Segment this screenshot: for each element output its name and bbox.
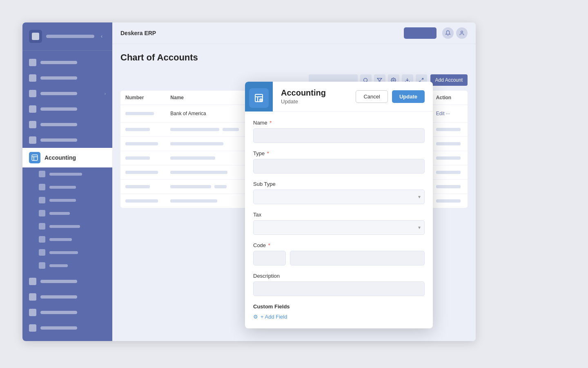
sidebar-item-bottom-3[interactable]: [22, 305, 112, 320]
description-input[interactable]: [253, 281, 425, 296]
tax-label: Tax: [253, 212, 425, 218]
sidebar-nav: ›: [22, 51, 112, 341]
sidebar-sub-item-4[interactable]: [27, 207, 112, 220]
sidebar-item-2[interactable]: [22, 70, 112, 86]
form-field-subtype: Sub Type ▾: [253, 181, 425, 204]
sidebar-item-1[interactable]: [22, 55, 112, 70]
sub-nav-icon-5: [39, 223, 45, 230]
nav-icon-3: [29, 90, 36, 97]
top-bar: Deskera ERP: [112, 22, 476, 44]
sidebar-sub-item-3[interactable]: [27, 194, 112, 207]
nav-label-5: [40, 123, 77, 126]
sidebar-sub-item-5[interactable]: [27, 220, 112, 233]
sidebar-item-accounting[interactable]: Accounting: [22, 148, 112, 167]
sidebar-title: [46, 35, 94, 38]
sidebar-header: ‹: [22, 22, 112, 51]
nav-label-b2: [40, 295, 77, 299]
modal-body: Name * Type * Sub Type ▾ Tax: [245, 112, 433, 328]
code-prefix-input[interactable]: [253, 251, 286, 265]
sub-nav-icon-6: [39, 236, 45, 243]
nav-label-1: [40, 61, 77, 64]
modal-title: Accounting: [281, 88, 356, 98]
col-header-name: Name: [165, 91, 248, 105]
sidebar-item-4[interactable]: [22, 101, 112, 117]
svg-point-4: [364, 78, 368, 82]
sub-nav-label-7: [49, 251, 78, 254]
nav-label-b3: [40, 311, 77, 314]
sidebar-sub-nav: [22, 167, 112, 272]
tax-select-wrapper: ▾: [253, 220, 425, 235]
sidebar-sub-item-8[interactable]: [27, 259, 112, 272]
sub-nav-icon-8: [39, 262, 45, 269]
tax-select[interactable]: [253, 220, 425, 235]
sidebar-item-bottom-2[interactable]: [22, 289, 112, 305]
form-field-name: Name *: [253, 120, 425, 143]
nav-icon-b4: [29, 324, 36, 332]
sidebar-sub-item-7[interactable]: [27, 246, 112, 259]
col-header-action: Action: [431, 91, 468, 105]
form-field-tax: Tax ▾: [253, 212, 425, 235]
nav-icon-6: [29, 136, 36, 144]
sidebar-item-6[interactable]: [22, 132, 112, 148]
cell-number: [120, 105, 165, 123]
custom-fields-section: Custom Fields ⚙ + Add Field: [253, 303, 425, 320]
nav-icon-b1: [29, 278, 36, 285]
sidebar-sub-item-1[interactable]: [27, 167, 112, 181]
col-header-number: Number: [120, 91, 165, 105]
svg-rect-0: [32, 155, 38, 161]
name-input[interactable]: [253, 128, 425, 143]
code-value-input[interactable]: [290, 251, 425, 265]
subtype-label: Sub Type: [253, 181, 425, 187]
app-logo: [29, 30, 42, 43]
nav-chevron-3: ›: [105, 91, 106, 96]
nav-icon-b2: [29, 293, 36, 301]
sub-nav-label-1: [49, 173, 82, 176]
add-field-icon: ⚙: [253, 314, 258, 320]
sidebar-item-bottom-4[interactable]: [22, 320, 112, 336]
sidebar-item-bottom-1[interactable]: [22, 274, 112, 289]
sub-nav-label-4: [49, 212, 70, 215]
sidebar-collapse-button[interactable]: ‹: [98, 32, 106, 40]
cell-name: Bank of America: [165, 105, 248, 123]
subtype-select[interactable]: [253, 190, 425, 204]
accounting-icon: [29, 152, 40, 163]
topbar-button[interactable]: [404, 27, 437, 39]
nav-icon-5: [29, 121, 36, 128]
update-button[interactable]: Update: [392, 90, 425, 103]
app-title: Deskera ERP: [120, 30, 156, 36]
modal-icon: [249, 88, 269, 108]
code-label: Code *: [253, 242, 425, 248]
nav-label-3: [40, 92, 77, 95]
nav-icon-b3: [29, 309, 36, 316]
nav-label-b4: [40, 326, 77, 330]
sub-nav-label-8: [49, 264, 68, 267]
nav-label-6: [40, 138, 77, 142]
modal-actions: Cancel Update: [356, 90, 425, 103]
type-label: Type *: [253, 150, 425, 156]
edit-link[interactable]: Edit ···: [436, 111, 450, 116]
sidebar: ‹ ›: [22, 22, 112, 341]
custom-fields-label: Custom Fields: [253, 303, 425, 310]
nav-label-4: [40, 107, 77, 111]
add-account-button[interactable]: Add Account: [430, 74, 468, 86]
sidebar-sub-item-2[interactable]: [27, 181, 112, 194]
nav-icon-4: [29, 105, 36, 113]
add-field-button[interactable]: ⚙ + Add Field: [253, 314, 287, 320]
form-field-description: Description: [253, 273, 425, 296]
cancel-button[interactable]: Cancel: [356, 90, 388, 103]
page-title: Chart of Accounts: [120, 52, 198, 63]
form-field-type: Type *: [253, 150, 425, 174]
topbar-profile-button[interactable]: [456, 27, 468, 39]
sub-nav-icon-1: [39, 171, 45, 177]
modal-subtitle: Update: [281, 98, 356, 105]
add-account-label: Add Account: [435, 77, 463, 83]
sub-nav-label-2: [49, 186, 76, 189]
add-field-label: + Add Field: [261, 314, 287, 320]
sidebar-item-5[interactable]: [22, 117, 112, 132]
sidebar-item-3[interactable]: ›: [22, 86, 112, 101]
sub-nav-label-3: [49, 199, 76, 202]
description-label: Description: [253, 273, 425, 279]
sidebar-sub-item-6[interactable]: [27, 233, 112, 246]
topbar-notifications-button[interactable]: [442, 27, 454, 39]
type-input[interactable]: [253, 159, 425, 174]
